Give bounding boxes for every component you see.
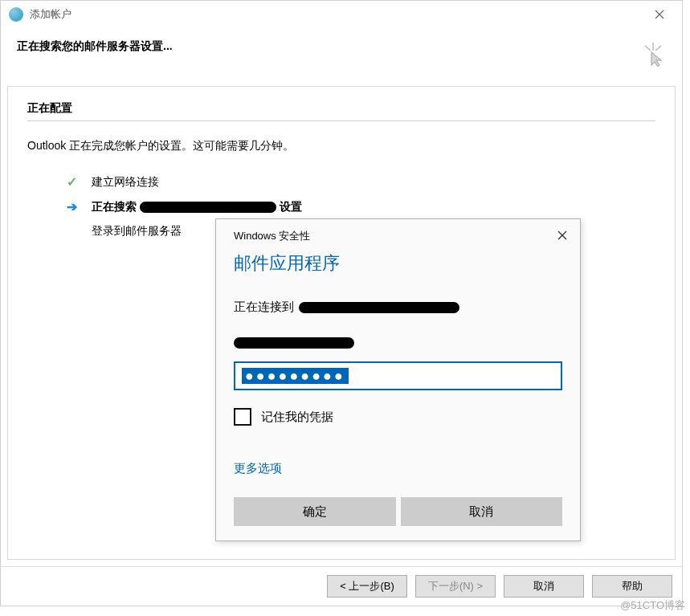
- cancel-button[interactable]: 取消: [401, 497, 563, 526]
- wizard-header: 正在搜索您的邮件服务器设置...: [1, 28, 682, 86]
- close-icon[interactable]: [557, 229, 567, 243]
- security-title: Windows 安全性: [234, 229, 310, 243]
- remember-label: 记住我的凭据: [261, 410, 333, 425]
- section-title: 正在配置: [27, 101, 655, 121]
- svg-line-2: [655, 46, 661, 51]
- redacted-username: [234, 337, 354, 349]
- redacted-server: [299, 302, 459, 313]
- remember-credentials-row[interactable]: 记住我的凭据: [234, 408, 562, 426]
- next-button: 下一步(N) >: [415, 575, 496, 598]
- password-input[interactable]: ●●●●●●●●●: [234, 361, 562, 390]
- step-label: 登录到邮件服务器: [92, 224, 182, 239]
- password-mask: ●●●●●●●●●: [242, 368, 349, 384]
- checkmark-icon: ✓: [64, 174, 79, 190]
- connecting-line: 正在连接到: [234, 300, 562, 315]
- cancel-button[interactable]: 取消: [504, 575, 584, 598]
- security-heading: 邮件应用程序: [234, 251, 562, 275]
- security-button-row: 确定 取消: [234, 497, 562, 526]
- arrow-right-icon: ➔: [64, 199, 79, 214]
- watermark: @51CTO博客: [620, 598, 685, 613]
- security-titlebar: Windows 安全性: [216, 219, 580, 248]
- security-body: 邮件应用程序 正在连接到 ●●●●●●●●● 记住我的凭据 更多选项 确定 取消: [216, 248, 580, 541]
- wizard-footer: < 上一步(B) 下一步(N) > 取消 帮助: [1, 566, 682, 606]
- app-icon: [9, 7, 23, 22]
- step-network: ✓ 建立网络连接: [64, 174, 655, 190]
- windows-security-dialog: Windows 安全性 邮件应用程序 正在连接到 ●●●●●●●●● 记住我的凭…: [215, 218, 581, 541]
- titlebar: 添加帐户: [1, 1, 682, 28]
- help-button[interactable]: 帮助: [592, 575, 672, 598]
- close-icon[interactable]: [645, 3, 674, 26]
- svg-line-1: [645, 46, 651, 51]
- step-label: 建立网络连接: [92, 175, 159, 190]
- window-title: 添加帐户: [30, 7, 71, 22]
- ok-button[interactable]: 确定: [234, 497, 396, 526]
- info-line: Outlook 正在完成您帐户的设置。这可能需要几分钟。: [27, 139, 655, 153]
- step-label: 正在搜索 设置: [92, 200, 302, 214]
- checkbox-icon[interactable]: [234, 408, 251, 426]
- wizard-heading: 正在搜索您的邮件服务器设置...: [17, 39, 666, 54]
- back-button[interactable]: < 上一步(B): [327, 575, 407, 598]
- username-line: [234, 337, 562, 349]
- more-options-link[interactable]: 更多选项: [234, 461, 562, 476]
- step-searching: ➔ 正在搜索 设置: [64, 199, 655, 214]
- redacted-text: [140, 202, 276, 213]
- cursor-sparkle-icon: [642, 43, 664, 69]
